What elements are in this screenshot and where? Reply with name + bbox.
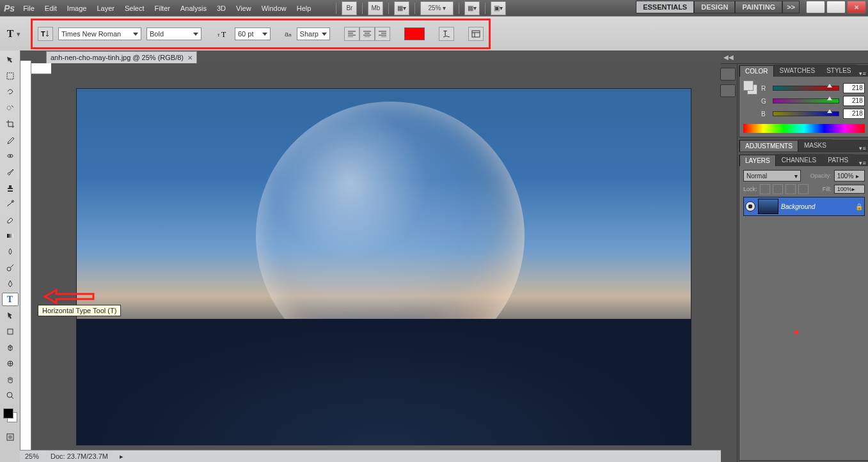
3d-camera-tool[interactable] bbox=[2, 357, 19, 370]
move-tool[interactable] bbox=[2, 53, 19, 66]
document-tab[interactable]: anh-nen-cho-may-tinh.jpg @ 25% (RGB/8) ✕ bbox=[46, 51, 197, 63]
workspace-painting[interactable]: PAINTING bbox=[735, 1, 782, 13]
status-zoom[interactable]: 25% bbox=[25, 452, 39, 460]
workspace-design[interactable]: DESIGN bbox=[694, 1, 735, 13]
warp-text-button[interactable]: T bbox=[439, 27, 454, 41]
arrange-documents-button[interactable]: ▦▾ bbox=[464, 1, 480, 15]
blur-tool[interactable] bbox=[2, 245, 19, 258]
align-left-button[interactable] bbox=[344, 27, 359, 41]
crop-tool[interactable] bbox=[2, 117, 19, 130]
collapsed-panel-icon-2[interactable] bbox=[720, 84, 736, 97]
opacity-field[interactable]: 100%▸ bbox=[834, 170, 865, 181]
pen-tool[interactable] bbox=[2, 277, 19, 290]
blend-mode-combo[interactable]: Normal▾ bbox=[743, 170, 801, 181]
tab-styles[interactable]: STYLES bbox=[821, 65, 856, 77]
color-panel-menu[interactable]: ▾≡ bbox=[856, 70, 868, 77]
slider-g[interactable] bbox=[773, 98, 839, 104]
tab-color[interactable]: COLOR bbox=[739, 65, 774, 77]
text-orientation-button[interactable]: T bbox=[38, 27, 53, 41]
quick-select-tool[interactable] bbox=[2, 101, 19, 114]
history-brush-tool[interactable] bbox=[2, 197, 19, 210]
brush-tool[interactable] bbox=[2, 165, 19, 178]
3d-tool[interactable] bbox=[2, 341, 19, 354]
menu-layer[interactable]: Layer bbox=[95, 3, 116, 13]
view-extras-button[interactable]: ▦▾ bbox=[394, 1, 409, 15]
slider-r[interactable] bbox=[773, 86, 839, 91]
tab-paths[interactable]: PATHS bbox=[822, 154, 854, 166]
lock-icon: 🔒 bbox=[855, 203, 863, 210]
align-center-button[interactable] bbox=[359, 27, 375, 41]
tab-channels[interactable]: CHANNELS bbox=[776, 154, 822, 166]
menu-edit[interactable]: Edit bbox=[43, 3, 59, 13]
menu-help[interactable]: Help bbox=[295, 3, 313, 13]
tab-layers[interactable]: LAYERS bbox=[739, 155, 776, 166]
visibility-icon[interactable] bbox=[745, 201, 755, 212]
app-logo: Ps bbox=[4, 3, 15, 13]
menu-window[interactable]: Window bbox=[260, 3, 288, 13]
tab-adjustments[interactable]: ADJUSTMENTS bbox=[739, 140, 798, 151]
minibridge-button[interactable]: Mb bbox=[368, 1, 383, 15]
color-swatches-tool[interactable] bbox=[3, 408, 17, 422]
type-tool[interactable]: T bbox=[2, 293, 19, 306]
healing-tool[interactable] bbox=[2, 149, 19, 162]
minimize-button[interactable]: ─ bbox=[806, 1, 825, 13]
workspace-essentials[interactable]: ESSENTIALS bbox=[636, 1, 694, 13]
eraser-tool[interactable] bbox=[2, 213, 19, 226]
menu-filter[interactable]: Filter bbox=[153, 3, 172, 13]
align-right-button[interactable] bbox=[375, 27, 390, 41]
font-size-combo[interactable]: 60 pt bbox=[235, 27, 271, 40]
font-style-combo[interactable]: Bold bbox=[146, 27, 201, 40]
close-tab-icon[interactable]: ✕ bbox=[187, 54, 193, 61]
screen-mode-button[interactable]: ▣▾ bbox=[491, 1, 506, 15]
lasso-tool[interactable] bbox=[2, 85, 19, 98]
lock-all-button[interactable] bbox=[798, 184, 809, 194]
lock-position-button[interactable] bbox=[785, 184, 796, 194]
dodge-tool[interactable] bbox=[2, 261, 19, 274]
character-panel-button[interactable] bbox=[468, 27, 484, 41]
lock-pixels-button[interactable] bbox=[773, 184, 783, 194]
collapsed-panel-icon-1[interactable] bbox=[720, 68, 736, 81]
value-g[interactable]: 218 bbox=[843, 96, 865, 106]
tab-swatches[interactable]: SWATCHES bbox=[774, 65, 821, 77]
menu-view[interactable]: View bbox=[234, 3, 253, 13]
svg-text:T: T bbox=[221, 30, 226, 38]
fill-field[interactable]: 100%▸ bbox=[834, 185, 865, 194]
value-b[interactable]: 218 bbox=[843, 109, 865, 119]
layers-panel-menu[interactable]: ▾≡ bbox=[856, 160, 868, 166]
stamp-tool[interactable] bbox=[2, 181, 19, 194]
anti-alias-combo[interactable]: Sharp bbox=[297, 27, 330, 40]
quick-mask-tool[interactable] bbox=[2, 430, 19, 443]
zoom-tool[interactable] bbox=[2, 389, 19, 402]
marquee-tool[interactable] bbox=[2, 69, 19, 82]
color-spectrum[interactable] bbox=[743, 124, 865, 133]
workspace-more[interactable]: >> bbox=[782, 1, 800, 13]
svg-rect-5 bbox=[7, 73, 13, 79]
eyedropper-tool[interactable] bbox=[2, 133, 19, 146]
annotation-arrow bbox=[41, 289, 95, 304]
status-arrow-icon[interactable]: ▸ bbox=[120, 452, 123, 461]
menu-file[interactable]: File bbox=[21, 3, 36, 13]
hand-tool[interactable] bbox=[2, 373, 19, 386]
menu-select[interactable]: Select bbox=[123, 3, 146, 13]
gradient-tool[interactable] bbox=[2, 229, 19, 242]
lock-transparent-button[interactable] bbox=[760, 184, 770, 194]
value-r[interactable]: 218 bbox=[843, 83, 865, 93]
color-fgbg-swatch[interactable] bbox=[743, 81, 757, 95]
maximize-button[interactable]: ☐ bbox=[826, 1, 846, 13]
menu-image[interactable]: Image bbox=[65, 3, 89, 13]
menu-3d[interactable]: 3D bbox=[215, 3, 228, 13]
font-family-combo[interactable]: Times New Roman bbox=[58, 27, 141, 40]
path-select-tool[interactable] bbox=[2, 309, 19, 322]
lock-label: Lock: bbox=[743, 186, 757, 192]
tool-tooltip: Horizontal Type Tool (T) bbox=[38, 305, 121, 316]
adjust-panel-menu[interactable]: ▾≡ bbox=[856, 145, 868, 151]
shape-tool[interactable] bbox=[2, 325, 19, 338]
menu-analysis[interactable]: Analysis bbox=[178, 3, 209, 13]
zoom-combo[interactable]: 25% ▾ bbox=[420, 1, 454, 15]
text-color-swatch[interactable] bbox=[404, 27, 425, 40]
slider-b[interactable] bbox=[773, 111, 839, 116]
close-button[interactable]: ✕ bbox=[847, 1, 866, 13]
tab-masks[interactable]: MASKS bbox=[798, 139, 832, 151]
layer-row-background[interactable]: Background 🔒 bbox=[743, 197, 865, 216]
bridge-button[interactable]: Br bbox=[342, 1, 357, 15]
